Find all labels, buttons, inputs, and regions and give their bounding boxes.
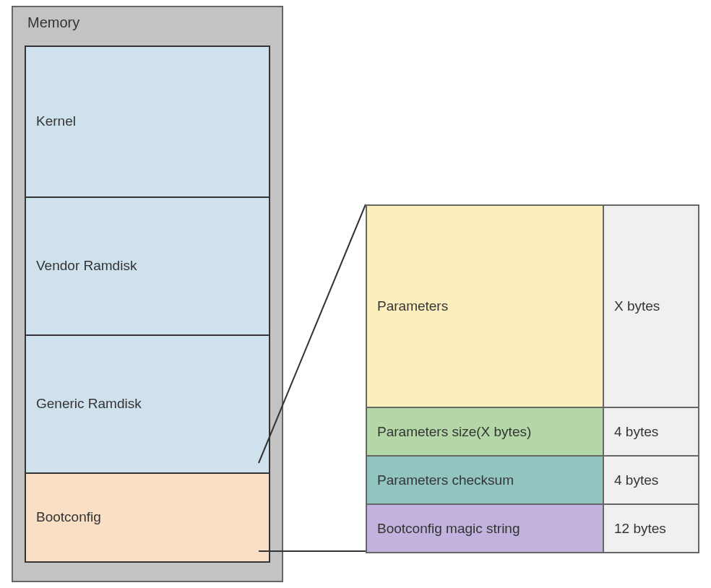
parameters-size-value: X bytes [604, 204, 699, 408]
detail-labels-column: Parameters Parameters size(X bytes) Para… [366, 204, 604, 552]
memory-title: Memory [27, 14, 270, 31]
bootconfig-magic-cell: Bootconfig magic string [366, 503, 604, 553]
memory-stack: Kernel Vendor Ramdisk Generic Ramdisk Bo… [25, 46, 270, 563]
vendor-ramdisk-block: Vendor Ramdisk [26, 198, 269, 336]
magic-bytes-value: 12 bytes [604, 503, 699, 553]
parameters-size-cell: Parameters size(X bytes) [366, 407, 604, 457]
params-size-bytes-value: 4 bytes [604, 407, 699, 457]
checksum-bytes-value: 4 bytes [604, 455, 699, 505]
connector-lines [259, 204, 366, 552]
parameters-cell: Parameters [366, 204, 604, 408]
kernel-block: Kernel [26, 47, 269, 198]
memory-container: Memory Kernel Vendor Ramdisk Generic Ram… [12, 6, 283, 582]
bootconfig-detail-container: Parameters Parameters size(X bytes) Para… [366, 204, 699, 552]
generic-ramdisk-block: Generic Ramdisk [26, 336, 269, 474]
bootconfig-block: Bootconfig [26, 474, 269, 561]
svg-line-0 [259, 204, 366, 463]
parameters-checksum-cell: Parameters checksum [366, 455, 604, 505]
detail-sizes-column: X bytes 4 bytes 4 bytes 12 bytes [604, 204, 699, 552]
